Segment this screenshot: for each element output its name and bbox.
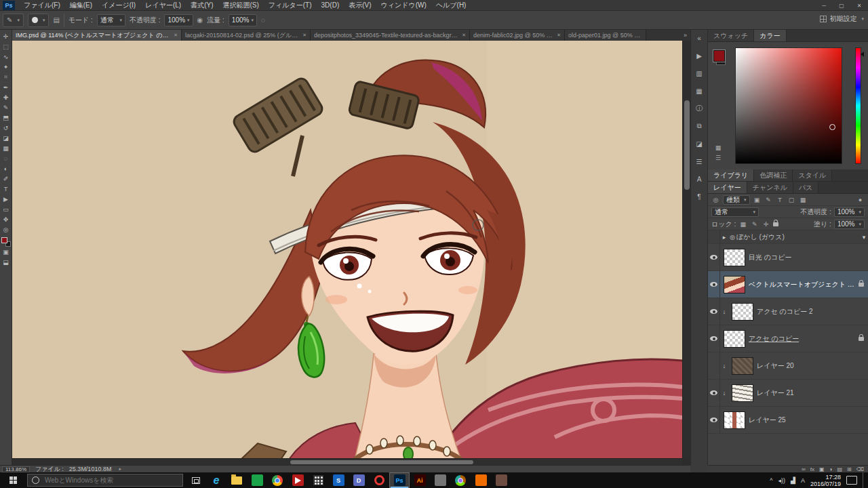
tool-presets-panel-icon[interactable]: ☰	[693, 156, 705, 167]
tool-brush[interactable]: ✎	[0, 102, 12, 113]
layer-name[interactable]: レイヤー 21	[757, 388, 868, 398]
taskbar-clock[interactable]: 17:28 2016/07/19	[810, 474, 841, 487]
tab-styles[interactable]: スタイル	[793, 169, 832, 181]
ime-indicator[interactable]: A	[801, 477, 805, 484]
restore-icon[interactable]: ▢	[833, 0, 850, 11]
character-panel-icon[interactable]: A	[693, 174, 705, 184]
blend-mode-select[interactable]: 通常 ▾	[97, 14, 125, 26]
color-grid-icon[interactable]: ▦	[713, 144, 723, 152]
layer-thumbnail[interactable]	[724, 330, 745, 348]
menu-3d[interactable]: 3D(D)	[317, 0, 344, 11]
tool-eyedropper[interactable]: ✒	[0, 82, 12, 92]
tab-close-icon[interactable]: ✕	[302, 33, 307, 38]
paragraph-panel-icon[interactable]: ¶	[693, 191, 705, 202]
tool-move[interactable]: ✛	[0, 31, 12, 41]
layer-group-icon[interactable]: ▤	[837, 466, 842, 472]
layer-row[interactable]: 目光 のコピー	[708, 244, 868, 271]
menu-help[interactable]: ヘルプ(H)	[431, 0, 471, 11]
volume-icon[interactable]: ◂))	[778, 477, 786, 484]
quick-mask-icon[interactable]: ▣	[0, 247, 12, 257]
vertical-scrollbar[interactable]	[682, 41, 690, 458]
app-green[interactable]	[247, 472, 267, 488]
tool-marquee[interactable]: ⬚	[0, 41, 12, 52]
flow-select[interactable]: 100% ▾	[229, 14, 257, 26]
brush-settings-panel-icon[interactable]: ◪	[693, 138, 705, 149]
tab-close-icon[interactable]: ✕	[557, 33, 561, 38]
tool-blur[interactable]: ◌	[0, 153, 12, 163]
tool-gradient[interactable]: ▦	[0, 143, 12, 153]
tab-paths[interactable]: パス	[793, 182, 818, 193]
tab-channels[interactable]: チャンネル	[747, 182, 793, 193]
tool-magic-wand[interactable]: ✦	[0, 62, 12, 72]
search-input[interactable]	[43, 476, 165, 485]
color-picker-cursor[interactable]	[829, 124, 835, 130]
expand-triangle-icon[interactable]: ▸	[720, 234, 728, 241]
start-button[interactable]	[0, 472, 27, 488]
layer-thumbnail[interactable]	[732, 357, 753, 375]
filter-pixel-layers-icon[interactable]: ▣	[753, 197, 762, 203]
layer-thumbnail[interactable]	[732, 303, 753, 321]
layer-thumbnail[interactable]	[724, 276, 745, 293]
visibility-toggle[interactable]	[708, 244, 720, 270]
opacity-select[interactable]: 100% ▾	[164, 14, 193, 26]
layer-row-smart-filter[interactable]: ▸ ◎ ぼかし (ガウス) ▾	[708, 230, 868, 244]
brush-preset-picker[interactable]: ▾	[28, 14, 50, 27]
visibility-toggle[interactable]	[708, 352, 720, 379]
app-chrome[interactable]	[267, 472, 288, 488]
layer-row-selected[interactable]: ベクトルスマートオブジェクト のコピー 2	[708, 271, 868, 298]
status-menu-arrow-icon[interactable]: ▸	[119, 466, 121, 472]
menu-file[interactable]: ファイル(F)	[19, 0, 65, 11]
foreground-swatch[interactable]	[713, 50, 725, 62]
layer-name[interactable]: レイヤー 25	[749, 415, 868, 425]
tool-zoom[interactable]: ◎	[0, 224, 12, 235]
collapse-panels-icon[interactable]: «	[693, 33, 705, 43]
tool-history-brush[interactable]: ↺	[0, 123, 12, 133]
layer-name[interactable]: ベクトルスマートオブジェクト のコピー 2	[749, 280, 854, 289]
layer-blend-mode-select[interactable]: 通常 ▾	[711, 207, 759, 217]
screen-mode-icon[interactable]: ⬓	[0, 257, 12, 267]
foreground-background-swatches[interactable]	[1, 237, 11, 247]
layer-fill-select[interactable]: 100% ▾	[834, 220, 865, 229]
canvas-artwork[interactable]	[12, 41, 682, 458]
hue-slider[interactable]	[855, 47, 861, 164]
layer-thumbnail[interactable]	[724, 249, 745, 266]
action-center-icon[interactable]	[846, 476, 857, 485]
tab-libraries[interactable]: ライブラリ	[708, 169, 754, 181]
color-sliders-icon[interactable]: ☰	[713, 154, 723, 162]
histogram-panel-icon[interactable]: ▥	[693, 68, 705, 79]
app-brown[interactable]	[491, 472, 511, 488]
close-icon[interactable]: ✕	[850, 0, 868, 11]
layer-row[interactable]: ↓ レイヤー 20	[708, 352, 868, 380]
tool-crop[interactable]: ⌗	[0, 72, 12, 82]
doc-tab-lacgaki[interactable]: lacgaki-20150814-02.psd @ 25% (グループ 1 のコ…	[182, 30, 311, 41]
lock-pixels-icon[interactable]: ✎	[750, 221, 759, 228]
layer-row[interactable]: ↓ レイヤー 21	[708, 380, 868, 407]
layer-row[interactable]: ↓ アクセ のコピー 2	[708, 298, 868, 325]
adjustment-layer-icon[interactable]: ◑	[829, 466, 833, 472]
layer-name[interactable]: レイヤー 20	[757, 361, 868, 371]
filter-type-layers-icon[interactable]: T	[776, 197, 785, 203]
doc-tab-oldpaper[interactable]: old-paper01.jpg @ 50% (RG…	[565, 30, 646, 41]
menu-image[interactable]: イメージ(I)	[97, 0, 140, 11]
horizontal-scrollbar[interactable]	[12, 458, 682, 465]
network-icon[interactable]: ▟	[791, 477, 795, 484]
tool-clone-stamp[interactable]: ⬒	[0, 113, 12, 123]
lock-transparency-icon[interactable]: ▦	[738, 221, 747, 228]
menu-edit[interactable]: 編集(E)	[65, 0, 97, 11]
filter-adjustment-layers-icon[interactable]: ✎	[764, 197, 773, 203]
layer-row[interactable]: アクセ のコピー	[708, 325, 868, 352]
layer-name[interactable]: アクセ のコピー 2	[757, 307, 868, 317]
layer-effects-icon[interactable]: fx	[810, 466, 814, 472]
tab-color[interactable]: カラー	[754, 30, 786, 41]
tool-pen[interactable]: ✐	[0, 174, 12, 184]
app-photoshop[interactable]: Ps	[389, 472, 410, 488]
menu-view[interactable]: 表示(V)	[344, 0, 376, 11]
zoom-level-field[interactable]: 113.86%	[2, 466, 30, 472]
workspace-switcher[interactable]: 初期設定 ▾	[820, 14, 864, 24]
tool-preset-picker[interactable]: ✎ ▾	[3, 14, 24, 27]
hue-slider-marker[interactable]	[861, 52, 864, 57]
doc-tab-img-psd[interactable]: IMG.psd @ 114% (ベクトルスマートオブジェクト のコピー 2, R…	[12, 30, 182, 41]
airbrush-icon[interactable]: ◌	[261, 16, 265, 24]
tool-shape[interactable]: ▭	[0, 204, 12, 214]
filter-shape-layers-icon[interactable]: ▢	[787, 197, 796, 203]
